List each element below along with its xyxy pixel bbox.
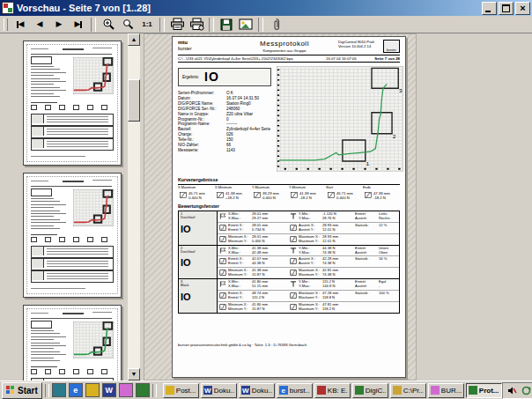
task-icon: [469, 386, 477, 395]
minimize-button[interactable]: [482, 2, 497, 15]
protocol-title: Messprotokoll: [231, 40, 338, 48]
protocol-subtitle: Komponenten aus Gruppe: [231, 48, 338, 53]
window-detail-cell: Statistik:12 %: [355, 224, 399, 233]
software-version: Version 10.004.2.14: [338, 44, 382, 48]
page-thumbnail-3[interactable]: [23, 305, 122, 381]
detail-label: Eintritt Y.:: [228, 262, 252, 266]
task-button-cpr[interactable]: C:\Pr...: [390, 383, 426, 398]
window-detail-row: Eintritt X.:42.07 mmEintritt Y.:44.38 NA…: [218, 255, 399, 267]
window-detail-row: Minimum X.:41.80 mmMinimum Y.:15.87 NMax…: [218, 301, 399, 313]
task-button-doku[interactable]: WDoku...: [239, 383, 275, 398]
scrollbar-thumb[interactable]: [128, 79, 140, 122]
detail-value: 115.2 N: [252, 295, 264, 299]
task-icon: W: [241, 386, 250, 395]
window-id-cell: 1DurchlaufIO: [179, 211, 218, 244]
task-button-burst[interactable]: eburst...: [277, 383, 313, 398]
thumbnail-chart: [73, 57, 114, 94]
task-button-post[interactable]: Post...: [163, 383, 199, 398]
last-page-button[interactable]: ▶: [69, 17, 88, 33]
window-title: Vorschau - Seite 7 von [1..28]: [17, 3, 480, 13]
window-detail-cell: X-Min.:41.80 mmX-Max.:51.15 mm: [218, 280, 288, 289]
win-window-icon: [218, 269, 227, 277]
task-button-bur[interactable]: BUR...: [428, 383, 464, 398]
win-window-icon: [288, 224, 298, 232]
detail-pair: Eintritt Y.:115.2 N: [228, 296, 268, 300]
detail-value: 0.400 N: [252, 239, 264, 243]
task-icon: [431, 386, 440, 395]
window-detail-cell: Austritt X.:42.28 mmAustritt Y.:74.38 N: [288, 257, 355, 266]
print-setup-button[interactable]: [187, 17, 206, 33]
app-icon: [2, 2, 14, 14]
task-button-doku[interactable]: WDoku...: [201, 383, 237, 398]
page-thumbnail-1[interactable]: [23, 41, 122, 166]
preview-pane: mtu burster Messprotokoll Komponenten au…: [140, 33, 532, 381]
task-label: BUR...: [441, 387, 462, 395]
attach-button[interactable]: [266, 17, 285, 33]
restore-button[interactable]: [499, 2, 514, 15]
toolbar-separator: [159, 18, 165, 32]
prev-page-button[interactable]: ◀: [30, 17, 49, 33]
window-type: Block: [181, 284, 215, 287]
notes-icon[interactable]: [85, 383, 100, 397]
next-page-button[interactable]: ▶: [49, 17, 69, 33]
zoom-in-icon: [102, 18, 115, 31]
detail-pair: Eintritt Y.:0.734 N: [228, 228, 268, 233]
evaluation-window-row: 2DurchlaufIOX-Min.:41.38 mmX-Max.:42.48 …: [179, 246, 399, 279]
curve-result-value-y: 0.400 N: [188, 196, 205, 200]
task-button-digic[interactable]: DigiC...: [352, 383, 388, 398]
mute-icon[interactable]: [506, 385, 518, 396]
toolbar-separator: [91, 18, 96, 32]
show-desktop-icon[interactable]: [52, 383, 66, 397]
close-button[interactable]: ×: [515, 2, 530, 15]
page-thumbnail-2[interactable]: [23, 173, 122, 298]
start-button[interactable]: Start: [2, 382, 42, 399]
window-detail-cell: Austritt X.:28.93 mmAustritt Y.:12.01 N: [288, 224, 355, 233]
detail-pair: Minimum Y.:15.87 N: [228, 273, 268, 277]
flag-window-icon: [218, 280, 227, 288]
detail-value: 15.87 N: [252, 307, 264, 311]
print-datetime: 16.07.04 16:07:06: [326, 56, 372, 61]
curve-result-label: Ende: [363, 184, 400, 190]
green-app-icon[interactable]: [136, 383, 150, 397]
zoom-out-icon: [122, 18, 134, 30]
detail-pair: X-Max.:51.15 mm: [228, 284, 268, 289]
scroll-down-button[interactable]: ▼: [128, 368, 140, 381]
detail-pair: Austritt:Oben: [355, 251, 388, 255]
curve-result-label: X-Maximum: [178, 184, 215, 190]
export-image-button[interactable]: [236, 17, 255, 33]
task-button-prot[interactable]: Prot...: [466, 383, 502, 398]
window-detail-row: Eintritt X.:48.74 mmEintritt Y.:115.2 NB…: [218, 290, 399, 301]
customer-sub-text: burster: [178, 46, 231, 51]
window-detail-cell: Minimum X.:41.38 mmMinimum Y.:15.87 N: [218, 269, 288, 277]
print-setup-icon: [189, 18, 204, 31]
detail-label: Maximum Y.:: [299, 307, 322, 312]
zoom-out-button[interactable]: [118, 17, 137, 33]
thumbnail-scrollbar[interactable]: ▲ ▼: [128, 33, 140, 381]
curve-icon: [326, 191, 336, 200]
pink-app-icon[interactable]: [119, 383, 133, 397]
detail-label: Minimum Y.:: [228, 240, 252, 244]
first-page-button[interactable]: ◀: [11, 17, 30, 33]
scheduler-icon[interactable]: [521, 385, 532, 396]
print-button[interactable]: [167, 17, 187, 33]
detail-value: 51.15 mm: [252, 284, 268, 288]
ie-icon[interactable]: e: [69, 383, 83, 397]
window-detail-cell: Y-Min.:-1.120 NY-Max.:28.76 N: [288, 212, 355, 221]
vendor-logo: burster: [383, 40, 400, 53]
detail-pair: Statistik:100 %: [355, 292, 389, 296]
detail-label: Austritt Y.:: [299, 262, 322, 266]
toolbar-grip[interactable]: [4, 18, 8, 31]
task-button-kbe[interactable]: KB: E...: [314, 383, 351, 398]
zoom-100-button[interactable]: 1:1: [137, 17, 157, 33]
customer-logo-text: mtu: [178, 40, 231, 46]
detail-label: Y-Max.:: [299, 217, 322, 221]
scroll-up-button[interactable]: ▲: [128, 33, 140, 46]
window-detail-cell: [355, 235, 399, 244]
window-detail-cell: X-Min.:28.01 mmX-Max.:29.27 mm: [218, 212, 288, 221]
zoom-in-button[interactable]: [99, 17, 118, 33]
word-icon[interactable]: W: [102, 383, 116, 397]
toolbar-separator: [209, 18, 214, 32]
print-icon: [170, 18, 185, 31]
detail-pair: Eintritt Y.:44.38 N: [228, 262, 268, 266]
save-button[interactable]: [217, 17, 236, 33]
